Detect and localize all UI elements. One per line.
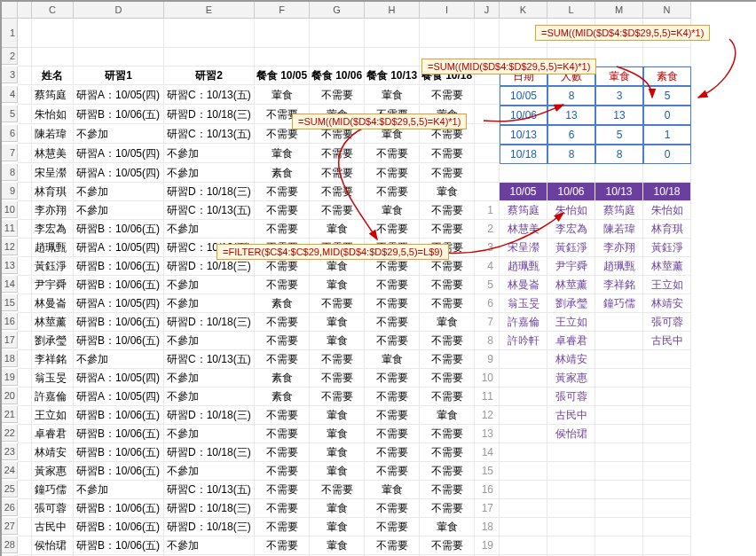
cell[interactable] xyxy=(547,164,595,183)
row-header[interactable]: 12 xyxy=(2,239,18,255)
meal-cell[interactable]: 不需要 xyxy=(420,481,475,499)
name-cell[interactable]: 古民中 xyxy=(32,518,74,536)
row-header[interactable]: 25 xyxy=(2,481,18,497)
study1-cell[interactable]: 研習A：10/05(四) xyxy=(74,294,164,313)
tbl2-date[interactable]: 10/13 xyxy=(500,125,547,145)
blank[interactable] xyxy=(18,106,32,124)
study1-cell[interactable]: 研習B：10/06(五) xyxy=(74,425,164,443)
cell[interactable] xyxy=(643,481,691,499)
study1-cell[interactable]: 不參加 xyxy=(74,201,164,220)
meal-cell[interactable]: 不需要 xyxy=(310,183,365,201)
meal-cell[interactable]: 不需要 xyxy=(255,276,310,294)
tbl2-count[interactable]: 8 xyxy=(547,145,595,164)
name-grid-cell[interactable]: 李祥銘 xyxy=(595,276,643,294)
meal-cell[interactable]: 不需要 xyxy=(420,388,475,406)
meal-cell[interactable]: 葷食 xyxy=(310,518,365,536)
name-grid-cell[interactable]: 許吟軒 xyxy=(500,332,547,350)
row-header[interactable]: 20 xyxy=(2,388,18,404)
study1-cell[interactable]: 研習B：10/06(五) xyxy=(74,313,164,332)
meal-cell[interactable]: 葷食 xyxy=(420,406,475,425)
col-header[interactable]: M xyxy=(595,2,643,19)
name-grid-idx[interactable]: 2 xyxy=(475,220,500,239)
name-cell[interactable]: 鐘巧儒 xyxy=(32,481,74,499)
hdr-meal[interactable]: 餐食 10/05 xyxy=(255,67,310,85)
name-grid-cell[interactable]: 林莖薰 xyxy=(547,276,595,294)
name-grid-cell[interactable]: 古民中 xyxy=(643,332,691,350)
hdr-name[interactable]: 姓名 xyxy=(32,67,74,85)
meal-cell[interactable]: 不需要 xyxy=(310,86,365,105)
study2-cell[interactable]: 不參加 xyxy=(164,164,255,183)
name-grid-idx[interactable]: 3 xyxy=(475,239,500,257)
meal-cell[interactable]: 不需要 xyxy=(365,443,420,462)
meal-cell[interactable]: 不需要 xyxy=(255,332,310,350)
col-header[interactable]: C xyxy=(32,2,74,19)
name-grid-idx[interactable]: 18 xyxy=(475,518,500,536)
blank[interactable] xyxy=(18,462,32,481)
meal-cell[interactable]: 不需要 xyxy=(420,276,475,294)
study1-cell[interactable]: 不參加 xyxy=(74,125,164,144)
tbl2-count[interactable]: 13 xyxy=(547,106,595,125)
tbl2-date[interactable]: 10/06 xyxy=(500,106,547,125)
name-grid-cell[interactable]: 陳若瑋 xyxy=(595,220,643,239)
name-grid-cell[interactable]: 蔡筠庭 xyxy=(500,201,547,220)
name-grid-cell[interactable]: 蔡筠庭 xyxy=(595,201,643,220)
blank[interactable] xyxy=(18,499,32,518)
hdr-s2[interactable]: 研習2 xyxy=(164,67,255,85)
meal-cell[interactable]: 不需要 xyxy=(420,443,475,462)
tbl2-count[interactable]: 8 xyxy=(547,86,595,106)
tbl2-date[interactable]: 10/05 xyxy=(500,86,547,106)
study2-cell[interactable]: 不參加 xyxy=(164,276,255,294)
spacer[interactable] xyxy=(475,183,500,201)
cell[interactable] xyxy=(32,19,74,48)
tbl2-date[interactable]: 10/18 xyxy=(500,145,547,164)
meal-cell[interactable]: 不需要 xyxy=(255,201,310,220)
cell[interactable] xyxy=(310,48,365,67)
meal-cell[interactable]: 不需要 xyxy=(255,425,310,443)
name-cell[interactable]: 李亦翔 xyxy=(32,201,74,220)
cell[interactable] xyxy=(595,48,643,67)
name-cell[interactable]: 林曼崙 xyxy=(32,294,74,313)
name-grid-cell[interactable] xyxy=(643,406,691,425)
row-header[interactable]: 5 xyxy=(2,106,18,122)
study1-cell[interactable]: 不參加 xyxy=(74,183,164,201)
name-grid-cell[interactable]: 張可蓉 xyxy=(643,313,691,332)
meal-cell[interactable]: 葷食 xyxy=(420,313,475,332)
cell[interactable] xyxy=(547,518,595,536)
meal-cell[interactable]: 葷食 xyxy=(365,481,420,499)
name-grid-cell[interactable]: 朱怡如 xyxy=(643,201,691,220)
blank[interactable] xyxy=(18,332,32,350)
name-grid-cell[interactable] xyxy=(643,369,691,388)
name-cell[interactable]: 侯怡珺 xyxy=(32,536,74,555)
meal-cell[interactable]: 不需要 xyxy=(255,499,310,518)
blank[interactable] xyxy=(18,425,32,443)
meal-cell[interactable]: 不需要 xyxy=(365,369,420,388)
meal-cell[interactable]: 葷食 xyxy=(310,499,365,518)
meal-cell[interactable]: 不需要 xyxy=(420,499,475,518)
meal-cell[interactable]: 葷食 xyxy=(310,276,365,294)
row-header[interactable]: 4 xyxy=(2,86,18,103)
blank[interactable] xyxy=(18,518,32,536)
blank[interactable] xyxy=(18,164,32,183)
name-grid-cell[interactable] xyxy=(595,350,643,369)
row-header[interactable]: 2 xyxy=(2,48,18,65)
meal-cell[interactable]: 不需要 xyxy=(365,536,420,555)
meal-cell[interactable]: 不需要 xyxy=(365,164,420,183)
name-cell[interactable]: 趙珮甄 xyxy=(32,239,74,257)
cell[interactable] xyxy=(32,48,74,67)
study2-cell[interactable]: 研習D：10/18(三) xyxy=(164,406,255,425)
meal-cell[interactable]: 不需要 xyxy=(420,257,475,276)
meal-cell[interactable]: 葷食 xyxy=(310,220,365,239)
study2-cell[interactable]: 研習D：10/18(三) xyxy=(164,499,255,518)
meal-cell[interactable]: 不需要 xyxy=(420,201,475,220)
name-grid-cell[interactable]: 李宏為 xyxy=(547,220,595,239)
name-grid-cell[interactable] xyxy=(595,425,643,443)
col-header[interactable] xyxy=(18,2,32,19)
name-grid-cell[interactable]: 林靖安 xyxy=(643,294,691,313)
meal-cell[interactable]: 不需要 xyxy=(310,388,365,406)
meal-cell[interactable]: 不需要 xyxy=(420,164,475,183)
study1-cell[interactable]: 研習B：10/06(五) xyxy=(74,462,164,481)
name-cell[interactable]: 蔡筠庭 xyxy=(32,86,74,105)
name-grid-cell[interactable]: 朱怡如 xyxy=(547,201,595,220)
name-cell[interactable]: 劉承瑩 xyxy=(32,332,74,350)
meal-cell[interactable]: 不需要 xyxy=(365,257,420,276)
